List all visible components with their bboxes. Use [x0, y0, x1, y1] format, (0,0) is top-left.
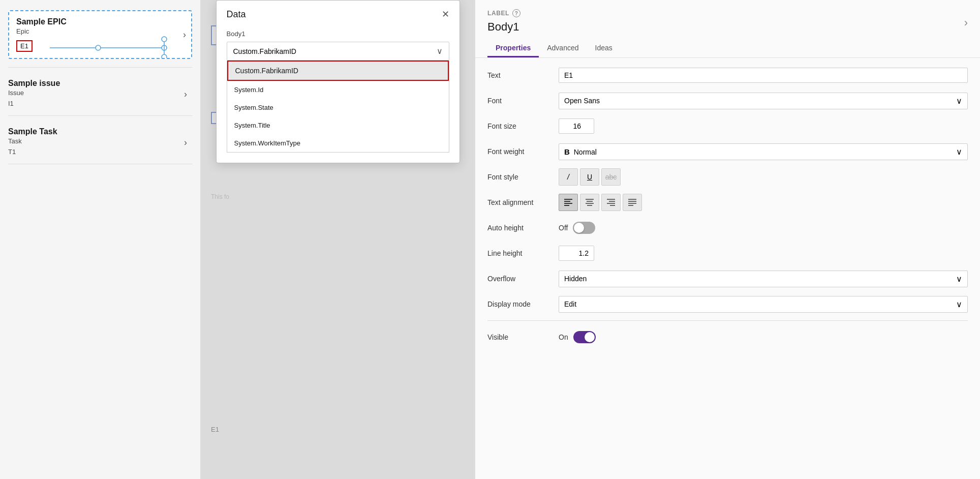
visible-toggle-row: On: [559, 331, 596, 343]
text-align-buttons: [559, 194, 642, 211]
svg-rect-14: [587, 201, 593, 202]
prop-row-font-weight: Font weight B Normal ∨: [487, 142, 968, 161]
dialog-close-button[interactable]: ✕: [442, 9, 449, 20]
divider-3: [8, 164, 192, 164]
auto-height-toggle-row: Off: [559, 222, 595, 234]
dropdown-item-0[interactable]: Custom.FabrikamID: [227, 61, 449, 81]
prop-row-line-height: Line height: [487, 244, 968, 262]
panel-title: Body1: [487, 20, 520, 34]
dialog-title: Data: [227, 9, 246, 20]
dropdown-list: Custom.FabrikamID System.Id System.State…: [227, 61, 449, 153]
dropdown-item-1[interactable]: System.Id: [227, 81, 449, 99]
underline-button[interactable]: U: [580, 168, 599, 186]
font-style-buttons: / U abc: [559, 168, 621, 186]
task-card-arrow[interactable]: ›: [184, 137, 187, 148]
display-mode-select-value: Edit: [564, 300, 576, 308]
svg-rect-19: [607, 203, 615, 204]
prop-row-visible: Visible On: [487, 328, 968, 346]
visible-toggle[interactable]: [573, 331, 596, 343]
align-left-icon: [564, 199, 572, 206]
epic-card-title: Sample EPIC: [16, 17, 171, 26]
prop-row-font-style: Font style / U abc: [487, 168, 968, 186]
issue-card-id: I1: [8, 100, 174, 107]
font-chevron-icon: ∨: [956, 96, 962, 106]
label-row: LABEL ?: [487, 9, 520, 17]
overflow-prop-control: Hidden ∨: [559, 271, 968, 287]
font-select[interactable]: Open Sans ∨: [559, 93, 968, 109]
font-weight-value: Normal: [574, 148, 597, 156]
line-height-input[interactable]: [559, 246, 594, 261]
expand-panel-button[interactable]: ›: [964, 9, 968, 29]
svg-rect-20: [610, 205, 615, 206]
epic-card-subtitle: Epic: [16, 27, 171, 35]
divider-2: [8, 115, 192, 116]
svg-point-1: [96, 45, 101, 50]
properties-form: Text Font Open Sans ∨ Font size Font: [475, 58, 980, 362]
dropdown-chevron-icon: ∨: [437, 46, 443, 56]
tab-advanced[interactable]: Advanced: [539, 40, 587, 57]
tab-ideas[interactable]: Ideas: [587, 40, 621, 57]
epic-card-id: E1: [16, 40, 33, 52]
text-prop-control: [559, 68, 968, 83]
svg-rect-11: [564, 203, 572, 204]
visible-on-label: On: [559, 333, 568, 341]
overflow-prop-label: Overflow: [487, 275, 559, 283]
svg-rect-9: [564, 199, 572, 200]
line-height-prop-control: [559, 246, 968, 261]
task-card-title: Sample Task: [8, 127, 174, 136]
display-mode-prop-control: Edit ∨: [559, 296, 968, 313]
left-panel: Sample EPIC Epic E1 ›: [0, 0, 201, 479]
auto-height-off-label: Off: [559, 224, 568, 232]
italic-button[interactable]: /: [559, 168, 578, 186]
dropdown-trigger[interactable]: Custom.FabrikamID ∨: [227, 42, 449, 61]
text-align-prop-label: Text alignment: [487, 198, 559, 206]
issue-card-subtitle: Issue: [8, 89, 174, 97]
align-left-button[interactable]: [559, 194, 578, 211]
divider-1: [8, 67, 192, 68]
task-card-id: T1: [8, 148, 174, 156]
align-right-button[interactable]: [601, 194, 621, 211]
font-weight-prop-label: Font weight: [487, 147, 559, 156]
overflow-select[interactable]: Hidden ∨: [559, 271, 968, 287]
auto-height-prop-label: Auto height: [487, 224, 559, 232]
auto-height-prop-control: Off: [559, 222, 968, 234]
display-mode-select[interactable]: Edit ∨: [559, 296, 968, 313]
align-justify-icon: [628, 199, 636, 206]
dropdown-item-4[interactable]: System.WorkItemType: [227, 134, 449, 152]
display-mode-prop-label: Display mode: [487, 300, 559, 308]
font-style-prop-label: Font style: [487, 173, 559, 181]
middle-panel: Sample EPIC This fo E1 Data ✕ Body1 Cust…: [201, 0, 475, 479]
font-weight-select[interactable]: B Normal ∨: [559, 143, 968, 160]
epic-card-arrow[interactable]: ›: [183, 29, 186, 40]
visible-toggle-thumb: [585, 332, 595, 342]
issue-card-arrow[interactable]: ›: [184, 89, 187, 100]
task-card: Sample Task Task T1 ›: [8, 123, 192, 162]
svg-point-4: [162, 37, 167, 42]
divider-props: [487, 320, 968, 321]
dropdown-item-2[interactable]: System.State: [227, 99, 449, 116]
svg-rect-24: [628, 205, 633, 206]
align-center-icon: [586, 199, 594, 206]
text-input[interactable]: [559, 68, 968, 83]
question-icon[interactable]: ?: [512, 9, 520, 17]
svg-rect-17: [607, 199, 615, 200]
font-prop-label: Font: [487, 97, 559, 105]
font-weight-prop-control: B Normal ∨: [559, 143, 968, 160]
prop-row-auto-height: Auto height Off: [487, 219, 968, 237]
display-mode-chevron-icon: ∨: [956, 300, 962, 309]
align-justify-button[interactable]: [623, 194, 642, 211]
svg-rect-22: [628, 201, 636, 202]
overflow-select-value: Hidden: [564, 275, 587, 283]
tab-properties[interactable]: Properties: [487, 40, 539, 57]
auto-height-toggle[interactable]: [573, 222, 595, 234]
tabs-row: Properties Advanced Ideas: [487, 40, 968, 57]
strikethrough-button[interactable]: abc: [601, 168, 621, 186]
prop-row-text: Text: [487, 66, 968, 84]
text-prop-label: Text: [487, 71, 559, 79]
font-size-input[interactable]: [559, 118, 594, 134]
align-center-button[interactable]: [580, 194, 599, 211]
dropdown-item-3[interactable]: System.Title: [227, 116, 449, 134]
line-height-prop-label: Line height: [487, 249, 559, 257]
visible-prop-control: On: [559, 331, 968, 343]
svg-rect-18: [609, 201, 615, 202]
